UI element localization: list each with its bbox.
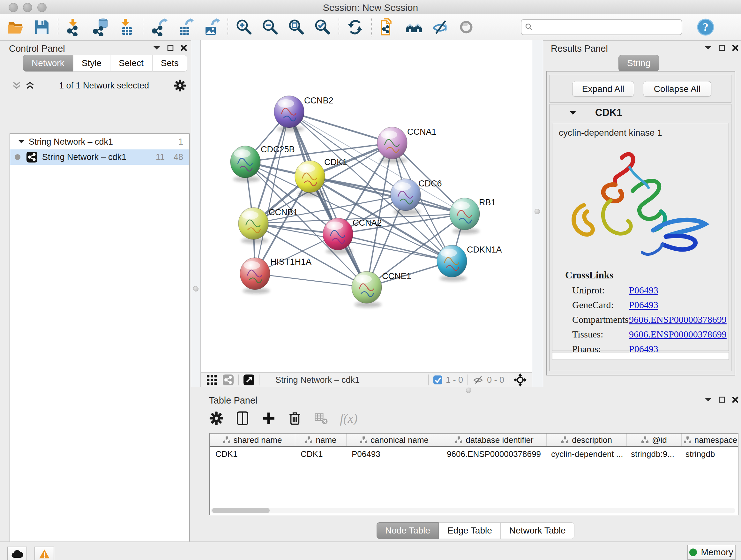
tab-string[interactable]: String bbox=[618, 55, 659, 71]
delete-table-icon[interactable] bbox=[314, 411, 328, 426]
import-table-file-icon[interactable] bbox=[117, 17, 137, 37]
collapse-all-button[interactable]: Collapse All bbox=[643, 81, 711, 97]
panel-float-icon[interactable] bbox=[719, 45, 725, 51]
search-input[interactable] bbox=[534, 22, 672, 33]
panel-collapse-icon[interactable] bbox=[153, 46, 160, 50]
column-header-namespace[interactable]: namespace bbox=[682, 434, 738, 446]
selected-checkbox-icon[interactable] bbox=[433, 375, 443, 385]
home-icon[interactable] bbox=[404, 17, 424, 37]
splitter-grip[interactable] bbox=[466, 388, 471, 393]
left-splitter[interactable] bbox=[191, 40, 201, 387]
zoom-out-icon[interactable] bbox=[260, 17, 280, 37]
export-network-icon[interactable] bbox=[149, 17, 169, 37]
cloud-status-button[interactable] bbox=[7, 547, 27, 560]
table-options-gear-icon[interactable] bbox=[209, 411, 224, 426]
status-bar: Memory bbox=[0, 542, 741, 560]
export-table-icon[interactable] bbox=[176, 17, 195, 37]
node-rb1[interactable]: RB1 bbox=[450, 198, 496, 234]
column-header-canonical-name[interactable]: canonical name bbox=[347, 434, 442, 446]
show-columns-icon[interactable] bbox=[235, 411, 250, 426]
column-header-database-identifier[interactable]: database identifier bbox=[442, 434, 547, 446]
tab-style[interactable]: Style bbox=[73, 55, 110, 71]
panel-collapse-icon[interactable] bbox=[704, 397, 712, 402]
zoom-selected-icon[interactable] bbox=[313, 17, 333, 37]
open-in-new-window-icon[interactable] bbox=[243, 374, 255, 386]
application-window: Session: New Session ? Control Panel bbox=[0, 0, 741, 560]
column-header-shared-name[interactable]: shared name bbox=[210, 434, 295, 446]
zoom-in-icon[interactable] bbox=[234, 17, 254, 37]
tab-node-table[interactable]: Node Table bbox=[377, 522, 439, 539]
node-ccnb2[interactable]: CCNB2 bbox=[274, 96, 333, 132]
add-column-icon[interactable] bbox=[261, 411, 276, 426]
crosslink-value-link[interactable]: P06493 bbox=[629, 285, 658, 296]
edge[interactable] bbox=[289, 112, 392, 143]
horizontal-splitter[interactable] bbox=[200, 387, 741, 393]
splitter-grip[interactable] bbox=[535, 209, 540, 214]
splitter-grip[interactable] bbox=[193, 286, 199, 292]
panel-close-icon[interactable] bbox=[732, 396, 738, 403]
node-cdkn1a[interactable]: CDKN1A bbox=[437, 245, 502, 281]
crosslink-value-link[interactable]: 9606.ENSP00000378699 bbox=[629, 329, 727, 340]
crosslink-value-link[interactable]: P06493 bbox=[629, 300, 658, 310]
crosslink-value-link[interactable]: 9606.ENSP00000378699 bbox=[629, 314, 727, 325]
memory-status-button[interactable]: Memory bbox=[687, 545, 736, 560]
delete-column-trash-icon[interactable] bbox=[287, 411, 302, 426]
right-splitter[interactable] bbox=[532, 40, 543, 387]
tree-expand-icon[interactable] bbox=[18, 140, 24, 144]
tab-network-table[interactable]: Network Table bbox=[501, 522, 575, 539]
network-overview-icon[interactable] bbox=[222, 374, 234, 386]
hidden-eye-slash-icon[interactable] bbox=[472, 375, 484, 385]
tab-edge-table[interactable]: Edge Table bbox=[439, 522, 501, 539]
crosslink-label: Tissues: bbox=[572, 329, 629, 340]
gene-section-header[interactable]: CDK1 bbox=[550, 105, 731, 121]
edge[interactable] bbox=[338, 234, 452, 261]
network-from-clipboard-icon[interactable] bbox=[378, 17, 398, 37]
network-tree-root-row[interactable]: String Network – cdk1 1 bbox=[10, 134, 189, 149]
network-collection-count: 1 bbox=[179, 137, 183, 147]
import-network-database-icon[interactable] bbox=[91, 17, 111, 37]
hide-selected-eye-slash-icon[interactable] bbox=[430, 17, 450, 37]
tab-sets[interactable]: Sets bbox=[152, 55, 187, 71]
table-horizontal-scrollbar[interactable] bbox=[211, 508, 735, 513]
table-row[interactable]: CDK1CDK1P064939606.ENSP00000378699cyclin… bbox=[210, 447, 738, 461]
import-network-file-icon[interactable] bbox=[64, 17, 84, 37]
edge[interactable] bbox=[255, 273, 367, 287]
open-session-icon[interactable] bbox=[6, 17, 25, 37]
panel-float-icon[interactable] bbox=[167, 45, 174, 51]
table-cell: CDK1 bbox=[295, 449, 346, 459]
panel-close-icon[interactable] bbox=[732, 45, 738, 51]
column-header--id[interactable]: @id bbox=[627, 434, 682, 446]
fit-selected-crosshair-icon[interactable] bbox=[514, 373, 527, 387]
export-image-icon[interactable] bbox=[202, 17, 221, 37]
panel-collapse-icon[interactable] bbox=[704, 46, 712, 50]
zoom-fit-content-icon[interactable] bbox=[286, 17, 307, 37]
network-tree-child-row[interactable]: String Network – cdk1 11 48 bbox=[10, 149, 189, 165]
function-builder-icon[interactable]: f(x) bbox=[340, 411, 358, 426]
panel-float-icon[interactable] bbox=[719, 396, 725, 403]
warning-status-button[interactable] bbox=[35, 547, 54, 560]
show-all-eye-icon[interactable] bbox=[456, 17, 476, 37]
node-hist1h1a[interactable]: HIST1H1A bbox=[240, 257, 312, 294]
network-options-gear-icon[interactable] bbox=[174, 79, 186, 92]
save-session-icon[interactable] bbox=[32, 17, 52, 37]
network-canvas[interactable]: CCNB2CCNA1CDC25BCDK1CDC6RB1CCNB1CCNA2CDK… bbox=[200, 40, 532, 372]
column-header-name[interactable]: name bbox=[295, 434, 347, 446]
expand-all-button[interactable]: Expand All bbox=[572, 81, 634, 97]
tab-select[interactable]: Select bbox=[110, 55, 152, 71]
column-header-description[interactable]: description bbox=[547, 434, 627, 446]
column-header-label: name bbox=[316, 435, 336, 445]
collapsed-section-stub[interactable] bbox=[552, 352, 729, 360]
refresh-view-icon[interactable] bbox=[345, 17, 365, 37]
help-icon[interactable]: ? bbox=[696, 17, 716, 37]
tab-network[interactable]: Network bbox=[23, 55, 73, 71]
node-cdc25b[interactable]: CDC25B bbox=[230, 145, 295, 182]
crosslink-label: Uniprot: bbox=[572, 285, 629, 296]
birds-eye-view-icon[interactable] bbox=[206, 374, 217, 385]
scrollbar-thumb[interactable] bbox=[212, 508, 270, 513]
section-collapse-icon[interactable] bbox=[569, 111, 576, 115]
panel-close-icon[interactable] bbox=[181, 45, 187, 51]
collapse-all-networks-icon[interactable] bbox=[12, 81, 21, 90]
expand-all-networks-icon[interactable] bbox=[25, 81, 35, 90]
search-icon bbox=[525, 23, 534, 32]
table-panel-controls bbox=[704, 396, 738, 403]
